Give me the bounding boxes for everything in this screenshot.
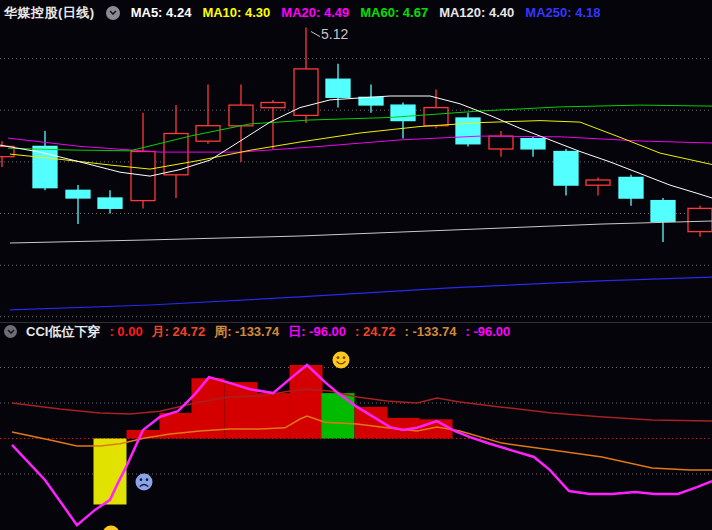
candle-down	[391, 103, 415, 139]
candle-up	[586, 177, 610, 195]
ma-line-ma120	[10, 221, 712, 243]
candles	[0, 28, 712, 242]
happy-face-icon	[333, 352, 350, 369]
ma5-label: MA5: 4.24	[131, 5, 192, 20]
candle-up	[164, 105, 188, 198]
stock-chart-window: 华媒控股(日线) MA5: 4.24 MA10: 4.30 MA20: 4.49…	[0, 0, 712, 530]
candle-down	[521, 136, 545, 157]
ma-line-ma60	[8, 105, 712, 151]
happy-face-icon	[103, 526, 120, 530]
stock-title: 华媒控股(日线)	[4, 4, 95, 22]
cci-bar	[322, 393, 355, 438]
candle-down	[456, 113, 480, 147]
ma60-label: MA60: 4.67	[360, 5, 428, 20]
candle-down	[66, 185, 90, 224]
candle-down	[33, 131, 57, 190]
cci-header: CCI低位下穿 : 0.00 月: 24.72 周: -133.74 日: -9…	[0, 322, 712, 340]
candle-down	[98, 190, 122, 213]
ma250-label: MA250: 4.18	[525, 5, 600, 20]
ma120-label: MA120: 4.40	[439, 5, 514, 20]
cci-indicator-chart[interactable]	[0, 340, 712, 530]
candle-up	[131, 113, 155, 209]
ma20-label: MA20: 4.49	[281, 5, 349, 20]
candle-down	[619, 175, 643, 206]
candle-down	[359, 84, 383, 112]
main-chart-header: 华媒控股(日线) MA5: 4.24 MA10: 4.30 MA20: 4.49…	[0, 0, 712, 25]
cci-value-4: : 24.72	[355, 324, 395, 339]
high-annotation-arrow	[311, 32, 320, 37]
cci-bar	[94, 439, 127, 505]
candle-up	[261, 100, 285, 149]
cci-value-day: 日: -96.00	[288, 323, 346, 341]
main-candlestick-chart[interactable]: 5.12	[0, 25, 712, 322]
ma-line-ma20	[8, 136, 712, 152]
cci-value-5: : -133.74	[404, 324, 456, 339]
cci-value-6: : -96.00	[466, 324, 511, 339]
candle-down	[554, 149, 578, 196]
cci-value-month: 月: 24.72	[152, 323, 205, 341]
cci-value-now: : 0.00	[109, 324, 142, 339]
cci-bar	[257, 393, 290, 438]
cci-value-week: 周: -133.74	[214, 323, 279, 341]
candle-up	[196, 84, 220, 143]
high-price-annotation: 5.12	[321, 26, 348, 42]
chevron-down-icon[interactable]	[4, 325, 17, 338]
candle-down	[326, 64, 350, 108]
sad-face-icon	[136, 474, 153, 491]
candle-down	[651, 198, 675, 242]
candle-up	[489, 131, 513, 157]
cci-title: CCI低位下穿	[26, 323, 100, 341]
ma-line-ma250	[10, 277, 712, 310]
candle-up	[424, 90, 448, 129]
ma10-label: MA10: 4.30	[202, 5, 270, 20]
chevron-down-icon[interactable]	[106, 6, 120, 20]
